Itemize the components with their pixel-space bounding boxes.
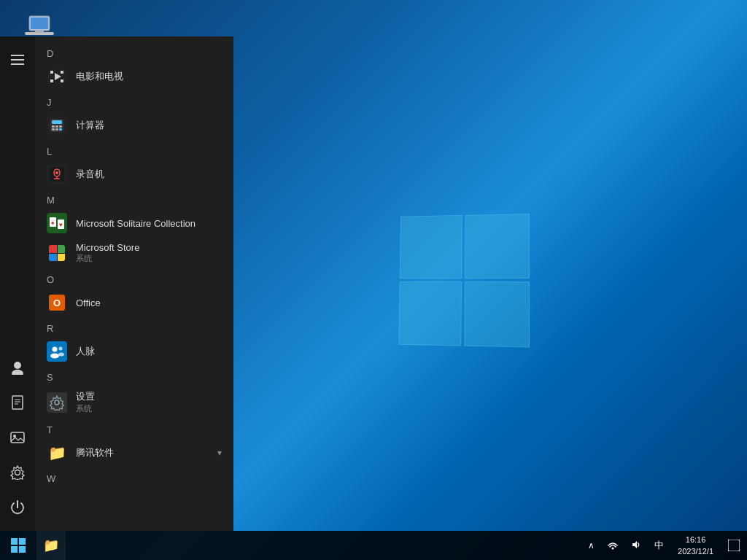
- people-icon: [47, 341, 67, 362]
- app-name-people: 人脉: [76, 345, 95, 358]
- taskbar-tray: ∧: [581, 531, 747, 560]
- app-info-tencent: 腾讯软件: [76, 446, 114, 459]
- svg-rect-6: [11, 63, 24, 65]
- tray-expand-button[interactable]: ∧: [581, 531, 601, 560]
- taskbar: 📁 ∧: [0, 531, 747, 560]
- start-button[interactable]: [0, 531, 36, 560]
- svg-rect-48: [19, 546, 26, 553]
- expand-tray-icon: ∧: [588, 540, 595, 551]
- section-header-t: T: [35, 419, 233, 438]
- app-info-office: Office: [76, 298, 101, 308]
- app-info-people: 人脉: [76, 345, 95, 358]
- app-subtitle-store: 系统: [76, 253, 139, 264]
- svg-point-42: [59, 347, 63, 351]
- svg-rect-47: [11, 546, 18, 553]
- svg-rect-13: [11, 432, 24, 443]
- app-item-tencent[interactable]: 📁 腾讯软件 ▾: [35, 438, 233, 467]
- section-header-s: S: [35, 366, 233, 386]
- svg-rect-4: [11, 55, 24, 56]
- svg-point-44: [55, 400, 59, 405]
- film-icon: [47, 66, 67, 87]
- volume-icon: [631, 540, 641, 552]
- clock-date: 2023/12/1: [678, 545, 713, 558]
- section-header-l: L: [35, 140, 233, 160]
- svg-rect-19: [50, 79, 53, 82]
- start-menu: D 电影和电视: [0, 36, 233, 531]
- svg-point-41: [50, 354, 59, 359]
- section-header-j: J: [35, 91, 233, 111]
- app-name-calculator: 计算器: [76, 119, 104, 132]
- tencent-expand-arrow: ▾: [217, 448, 222, 458]
- network-icon: [608, 540, 618, 552]
- tray-volume[interactable]: [624, 531, 648, 560]
- app-name-tencent: 腾讯软件: [76, 446, 114, 459]
- svg-rect-9: [12, 396, 23, 409]
- settings-icon: [47, 392, 67, 413]
- sidebar-bottom-icons: [0, 350, 35, 525]
- ime-icon: 中: [654, 539, 664, 552]
- app-info-solitaire: Microsoft Solitaire Collection: [76, 218, 196, 229]
- hamburger-button[interactable]: [0, 42, 35, 77]
- app-name-movies: 电影和电视: [76, 70, 123, 83]
- svg-rect-23: [52, 120, 62, 124]
- calculator-icon: [47, 115, 67, 136]
- app-item-store[interactable]: Microsoft Store 系统: [35, 238, 233, 268]
- svg-point-34: [55, 171, 58, 174]
- app-info-store: Microsoft Store 系统: [76, 242, 139, 264]
- app-name-store: Microsoft Store: [76, 242, 139, 253]
- taskbar-file-explorer[interactable]: 📁: [36, 531, 66, 560]
- svg-rect-29: [59, 128, 62, 131]
- svg-text:♥: ♥: [59, 222, 63, 228]
- tencent-folder-icon: 📁: [47, 443, 67, 463]
- app-name-recorder: 录音机: [76, 168, 104, 181]
- app-name-office: Office: [76, 298, 101, 308]
- sidebar-document-icon[interactable]: [0, 385, 35, 420]
- section-header-d: D: [35, 42, 233, 62]
- app-info-recorder: 录音机: [76, 168, 104, 181]
- svg-rect-28: [55, 128, 58, 131]
- app-subtitle-settings: 系统: [76, 403, 95, 414]
- tray-network[interactable]: [601, 531, 624, 560]
- windows-logo-desktop: [398, 214, 530, 348]
- section-header-m: M: [35, 189, 233, 209]
- sidebar-settings-icon[interactable]: [0, 455, 35, 490]
- svg-point-8: [12, 370, 23, 375]
- app-info-settings: 设置 系统: [76, 390, 95, 414]
- app-item-solitaire[interactable]: ♠ ♥ Microsoft Solitaire Collection: [35, 209, 233, 238]
- svg-point-40: [53, 347, 58, 352]
- svg-rect-24: [52, 125, 55, 128]
- start-sidebar: [0, 36, 35, 531]
- tray-clock[interactable]: 16:16 2023/12/1: [670, 531, 721, 560]
- store-icon: [47, 243, 67, 263]
- desktop: 此电脑: [0, 0, 747, 560]
- app-item-people[interactable]: 人脉: [35, 337, 233, 366]
- sidebar-photo-icon[interactable]: [0, 420, 35, 455]
- svg-marker-50: [632, 541, 637, 548]
- tray-ime[interactable]: 中: [648, 531, 670, 560]
- svg-rect-18: [61, 71, 63, 74]
- app-item-office[interactable]: O Office: [35, 288, 233, 317]
- svg-rect-27: [52, 128, 55, 131]
- notification-center-button[interactable]: [721, 531, 747, 560]
- svg-rect-17: [50, 71, 53, 74]
- svg-rect-20: [61, 79, 63, 82]
- svg-rect-26: [59, 125, 62, 128]
- sidebar-user-icon[interactable]: [0, 350, 35, 385]
- clock-time: 16:16: [686, 534, 706, 546]
- section-header-o: O: [35, 268, 233, 288]
- svg-rect-25: [55, 125, 58, 128]
- app-info-movies: 电影和电视: [76, 70, 123, 83]
- svg-point-15: [15, 470, 20, 475]
- svg-rect-51: [728, 540, 740, 551]
- svg-rect-3: [35, 31, 44, 33]
- app-item-calculator[interactable]: 计算器: [35, 111, 233, 140]
- office-icon: O: [47, 292, 67, 313]
- sidebar-power-icon[interactable]: [0, 490, 35, 525]
- solitaire-icon: ♠ ♥: [47, 213, 67, 233]
- app-info-calculator: 计算器: [76, 119, 104, 132]
- svg-rect-5: [11, 59, 24, 61]
- app-list[interactable]: D 电影和电视: [35, 36, 233, 531]
- app-item-settings[interactable]: 设置 系统: [35, 386, 233, 419]
- app-item-recorder[interactable]: 录音机: [35, 160, 233, 189]
- app-item-movies[interactable]: 电影和电视: [35, 62, 233, 91]
